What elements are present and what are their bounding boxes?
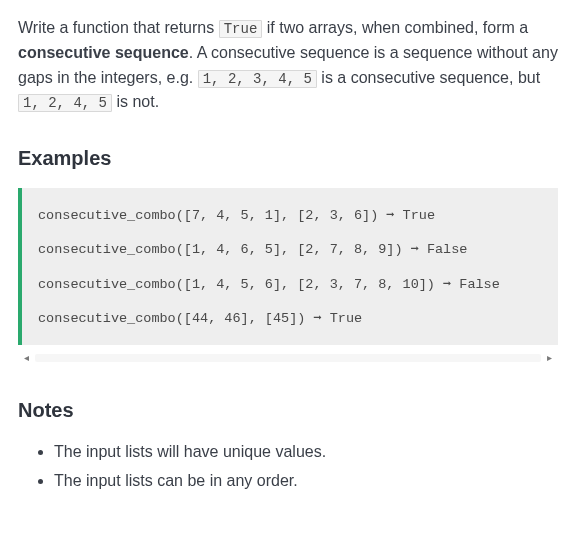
intro-text-4: is a consecutive sequence, but <box>317 69 540 86</box>
notes-list: The input lists will have unique values.… <box>18 440 558 494</box>
examples-heading: Examples <box>18 143 558 174</box>
code-line: consecutive_combo([1, 4, 5, 6], [2, 3, 7… <box>38 275 542 295</box>
intro-bold: consecutive sequence <box>18 44 189 61</box>
intro-text-2: if two arrays, when combined, form a <box>262 19 528 36</box>
problem-intro: Write a function that returns True if tw… <box>18 16 558 115</box>
code-line: consecutive_combo([1, 4, 6, 5], [2, 7, 8… <box>38 240 542 260</box>
intro-text-5: is not. <box>112 93 159 110</box>
scroll-track[interactable] <box>35 354 541 362</box>
scroll-right-arrow-icon[interactable]: ▸ <box>547 353 552 363</box>
code-block-content: consecutive_combo([7, 4, 5, 1], [2, 3, 6… <box>38 206 542 329</box>
horizontal-scrollbar[interactable]: ◂ ▸ <box>18 349 558 367</box>
code-line: consecutive_combo([7, 4, 5, 1], [2, 3, 6… <box>38 206 542 226</box>
list-item: The input lists will have unique values. <box>54 440 558 465</box>
inline-code-seq2: 1, 2, 4, 5 <box>18 94 112 112</box>
scroll-left-arrow-icon[interactable]: ◂ <box>24 353 29 363</box>
list-item: The input lists can be in any order. <box>54 469 558 494</box>
inline-code-true: True <box>219 20 263 38</box>
code-line: consecutive_combo([44, 46], [45]) ➞ True <box>38 309 542 329</box>
intro-text-1: Write a function that returns <box>18 19 219 36</box>
notes-heading: Notes <box>18 395 558 426</box>
code-block[interactable]: consecutive_combo([7, 4, 5, 1], [2, 3, 6… <box>18 188 558 345</box>
inline-code-seq1: 1, 2, 3, 4, 5 <box>198 70 317 88</box>
